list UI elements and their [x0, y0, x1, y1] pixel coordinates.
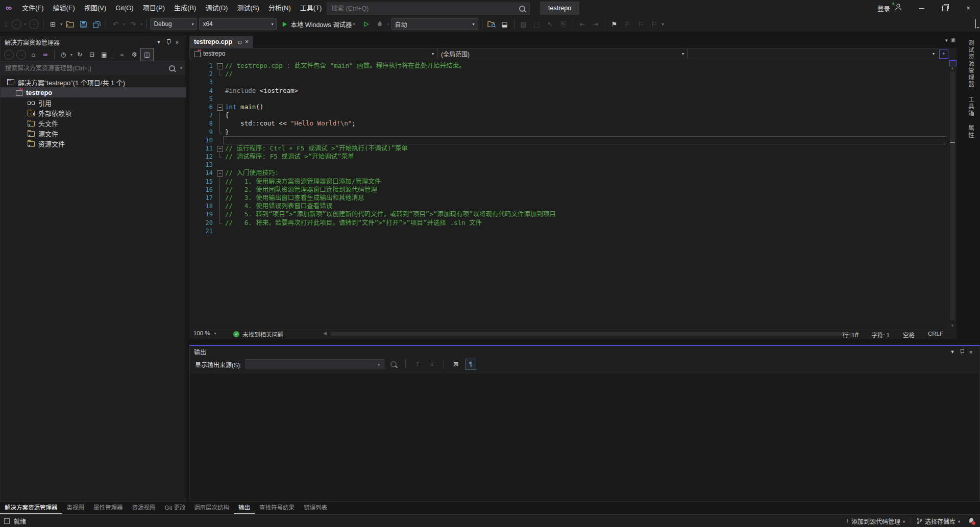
send-feedback-button[interactable]: [975, 19, 976, 29]
solution-explorer-header[interactable]: 解决方案资源管理器 ▾ ×: [1, 36, 186, 48]
tree-row[interactable]: ▼头文件: [1, 118, 186, 128]
next-message-button[interactable]: ↧: [427, 359, 437, 369]
active-files-dropdown[interactable]: ▾: [945, 38, 948, 43]
toolwindow-tab[interactable]: 调用层次结构: [189, 502, 234, 514]
profiler-dropdown[interactable]: ▾: [386, 22, 390, 27]
close-icon[interactable]: ×: [245, 38, 249, 45]
redo-dropdown[interactable]: ▾: [139, 22, 143, 27]
save-all-button[interactable]: [90, 18, 103, 30]
paste-special-button[interactable]: ⎘: [557, 18, 570, 30]
clear-all-button[interactable]: ⊠: [451, 359, 461, 369]
sync-with-active-document-button[interactable]: ↻: [74, 48, 86, 61]
toolwindow-tab-active[interactable]: 解决方案资源管理器: [0, 502, 62, 514]
code-line[interactable]: 17// 3. 使用输出窗口查看生成输出和其他消息: [189, 194, 948, 202]
menu-item[interactable]: 分析(N): [264, 0, 296, 16]
code-line[interactable]: 12// 调试程序: F5 或调试 >“开始调试”菜单: [189, 153, 948, 161]
menu-item[interactable]: 文件(F): [17, 0, 48, 16]
menu-item[interactable]: Git(G): [111, 0, 138, 16]
debug-target-dropdown[interactable]: ▾: [352, 22, 356, 27]
pending-changes-filter-button[interactable]: ◷: [57, 48, 69, 61]
increase-indent-button[interactable]: ⇥: [589, 18, 602, 30]
minimize-button[interactable]: [910, 0, 933, 16]
tree-row[interactable]: ▼资源文件: [1, 138, 186, 148]
collapse-box[interactable]: −: [217, 170, 223, 177]
member-scope-combo[interactable]: ▾: [688, 48, 938, 59]
tree-row[interactable]: 外部依赖项: [1, 108, 186, 118]
code-line[interactable]: 20// 6. 将来，若要再次打开此项目，请转到“文件”>“打开”>“项目”并选…: [189, 219, 948, 227]
tree-row[interactable]: testrepo: [1, 87, 186, 97]
preview-selected-items-button[interactable]: ◫: [140, 48, 154, 61]
se-forward-button[interactable]: →: [15, 48, 27, 61]
view-code-button[interactable]: ‹›: [116, 48, 128, 61]
find-in-files-button[interactable]: [485, 18, 498, 30]
new-project-button[interactable]: ⊞: [46, 18, 59, 30]
open-file-button[interactable]: [63, 18, 77, 30]
search-options-dropdown[interactable]: ▾: [179, 66, 183, 70]
user-account-icon[interactable]: +: [894, 3, 902, 13]
quick-search-box[interactable]: [327, 3, 530, 15]
attach-mode-combo[interactable]: 自动 ▾: [391, 18, 478, 30]
restore-button[interactable]: [933, 0, 957, 16]
start-debugging-button[interactable]: 本地 Windows 调试器 ▾: [278, 18, 359, 30]
navigate-forward-button[interactable]: →: [27, 18, 40, 30]
box-selection-button[interactable]: ⬚: [530, 18, 544, 30]
close-panel-button[interactable]: ×: [173, 38, 182, 47]
close-button[interactable]: ×: [957, 0, 980, 16]
code-line[interactable]: 9}: [189, 128, 948, 136]
code-line[interactable]: 14−// 入门使用技巧:: [189, 169, 948, 177]
start-without-debugging-button[interactable]: [360, 18, 373, 30]
code-editor[interactable]: 1−// testrepo.cpp : 此文件包含 "main" 函数。程序执行…: [189, 60, 948, 331]
select-cursor-button[interactable]: ↖: [544, 18, 557, 30]
spaces-indicator[interactable]: 空格: [903, 331, 915, 339]
previous-message-button[interactable]: ↥: [412, 359, 423, 369]
collapse-box[interactable]: −: [217, 105, 223, 111]
toolwindow-tab[interactable]: Git 更改: [160, 502, 190, 514]
performance-profiler-button[interactable]: [373, 18, 386, 30]
eol-indicator[interactable]: CRLF: [928, 331, 943, 339]
filter-dropdown[interactable]: ▾: [69, 53, 74, 57]
toolbar-grip-icon[interactable]: ⣿: [4, 21, 8, 27]
solution-name-badge[interactable]: testrepo: [540, 2, 579, 15]
menu-item[interactable]: 工具(T): [296, 0, 327, 16]
window-position-button[interactable]: ▾: [948, 347, 957, 357]
toolwindow-tab[interactable]: 资源视图: [128, 502, 160, 514]
menu-item[interactable]: 编辑(E): [48, 0, 80, 16]
code-line[interactable]: 5: [189, 95, 948, 103]
autohide-tab[interactable]: 工具箱: [967, 96, 975, 117]
toggle-word-wrap-button[interactable]: ¶: [465, 359, 476, 370]
scrollbar-thumb[interactable]: [331, 332, 852, 336]
sign-in-button[interactable]: 登录: [873, 4, 894, 13]
code-line[interactable]: 21: [189, 227, 948, 235]
code-line[interactable]: 13: [189, 161, 948, 169]
menu-item[interactable]: 视图(V): [80, 0, 111, 16]
navigate-back-button[interactable]: ←: [10, 18, 23, 30]
horizontal-scrollbar[interactable]: [330, 332, 853, 336]
code-metrics-button[interactable]: ▤: [517, 18, 530, 30]
add-to-source-control-button[interactable]: ↑ 添加到源代码管理 ▴: [842, 515, 909, 527]
vertical-scrollbar[interactable]: ▲ ▼: [948, 60, 957, 329]
project-scope-combo[interactable]: testrepo ▾: [189, 48, 437, 59]
toolwindow-tab[interactable]: 属性管理器: [89, 502, 128, 514]
split-window-button[interactable]: +: [939, 49, 948, 59]
code-line[interactable]: 1−// testrepo.cpp : 此文件包含 "main" 函数。程序执行…: [189, 62, 948, 70]
scroll-up-icon[interactable]: ▲: [948, 66, 957, 70]
close-panel-button[interactable]: ×: [966, 347, 975, 357]
code-line[interactable]: 11−// 运行程序: Ctrl + F5 或调试 >“开始执行(不调试)”菜单: [189, 144, 948, 153]
pin-button[interactable]: [957, 347, 966, 357]
autohide-tab[interactable]: 测试资源管理器: [967, 40, 975, 88]
background-tasks-icon[interactable]: [4, 518, 10, 524]
collapse-box[interactable]: −: [217, 63, 223, 69]
clear-bookmarks-button[interactable]: ⚐: [648, 18, 661, 30]
output-source-combo[interactable]: ▾: [246, 359, 384, 369]
menu-item[interactable]: 测试(S): [232, 0, 263, 16]
show-all-files-button[interactable]: ▣: [98, 48, 110, 61]
scroll-down-icon[interactable]: ▼: [948, 323, 957, 328]
menu-item[interactable]: 项目(P): [138, 0, 169, 16]
solution-explorer-search-box[interactable]: ▾: [1, 62, 185, 74]
code-line[interactable]: 4#include <iostream>: [189, 87, 948, 95]
zoom-control[interactable]: 100 % ▾: [193, 330, 217, 336]
window-position-button[interactable]: ▾: [154, 38, 163, 47]
notifications-button[interactable]: [966, 515, 977, 527]
find-message-button[interactable]: [388, 359, 399, 369]
select-repository-button[interactable]: 选择存储库 ▴: [913, 515, 964, 527]
